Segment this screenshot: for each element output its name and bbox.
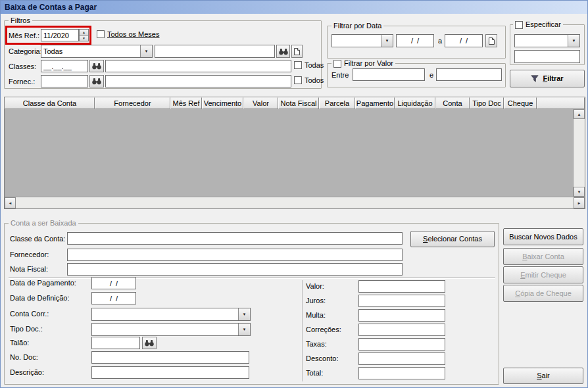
e-label: e (429, 71, 433, 79)
especificar-legend: Especificar (513, 20, 563, 29)
juros-input[interactable] (358, 295, 445, 307)
talao-input[interactable] (91, 337, 140, 349)
col-header-valor[interactable]: Valor (243, 97, 278, 109)
fornecedor-baixa-input[interactable] (67, 249, 403, 261)
scroll-up-button[interactable]: ▲ (574, 109, 585, 119)
tipo-doc-combobox[interactable]: ▼ (91, 323, 251, 336)
binoculars-icon (279, 48, 288, 55)
desconto-label: Desconto: (306, 354, 339, 362)
spinner-down-button[interactable]: ▼ (79, 36, 89, 41)
dropdown-arrow-icon[interactable]: ▼ (381, 35, 393, 47)
data-final-input[interactable] (445, 34, 483, 47)
fornecedor-todos-checkbox-row: Todos (294, 76, 324, 84)
spinner-up-button[interactable]: ▲ (79, 29, 89, 36)
app-window: Baixa de Contas a Pagar Filtros Mês Ref.… (0, 0, 588, 388)
descricao-input[interactable] (91, 366, 249, 379)
date-range-separator-label: a (438, 37, 442, 45)
total-input[interactable] (358, 367, 445, 379)
col-header-conta[interactable]: Conta (435, 97, 470, 109)
filtrar-por-valor-group: Filtrar por Valor Entre e (327, 63, 506, 87)
especificar-checkbox[interactable] (515, 21, 523, 29)
especificar-combobox[interactable]: ▼ (514, 34, 580, 47)
date-picker-button[interactable] (485, 34, 497, 47)
multa-input[interactable] (358, 309, 445, 322)
dropdown-arrow-icon[interactable]: ▼ (238, 324, 250, 335)
col-header-liquidacao[interactable]: Liquidação (395, 97, 435, 109)
especificar-texto-input[interactable] (514, 50, 580, 63)
classes-mask-input[interactable] (41, 60, 88, 72)
horizontal-scrollbar[interactable]: ◄ ► (5, 197, 585, 208)
grid-body[interactable] (5, 109, 573, 197)
categoria-combobox[interactable]: Todas ▼ (41, 45, 153, 58)
selecionar-contas-button[interactable]: Selecionar Contas (410, 231, 495, 247)
classes-todas-label: Todas (305, 61, 324, 69)
scroll-left-button[interactable]: ◄ (5, 197, 16, 208)
dropdown-arrow-icon[interactable]: ▼ (568, 35, 579, 47)
data-pagamento-input[interactable] (91, 277, 136, 289)
fornecedor-todos-checkbox[interactable] (294, 76, 302, 84)
emitir-cheque-button[interactable]: Emitir Cheque (503, 266, 583, 283)
todos-os-meses-checkbox[interactable] (97, 30, 105, 38)
binoculars-icon (92, 78, 101, 85)
categoria-search-button[interactable] (276, 45, 290, 58)
no-doc-input[interactable] (91, 351, 249, 364)
scroll-right-button[interactable]: ► (574, 197, 585, 208)
col-header-fornecedor[interactable]: Fornecedor (95, 97, 170, 109)
col-header-parcela[interactable]: Parcela (319, 97, 355, 109)
classe-da-conta-input[interactable] (67, 232, 403, 245)
baixar-conta-button[interactable]: Baixar Conta (503, 248, 583, 265)
nota-fiscal-input[interactable] (67, 263, 403, 276)
new-document-icon (488, 37, 495, 45)
valor-de-input[interactable] (353, 68, 425, 81)
fornecedor-code-input[interactable] (41, 75, 88, 87)
classes-description-input[interactable] (105, 60, 291, 72)
sair-button[interactable]: Sair (503, 368, 583, 384)
taxas-input[interactable] (358, 338, 445, 351)
col-header-tipo-doc[interactable]: Tipo Doc (470, 97, 504, 109)
scroll-up-icon: ▲ (577, 112, 581, 116)
fornecedor-description-input[interactable] (105, 75, 291, 87)
descricao-label: Descrição: (10, 368, 44, 376)
valor-ate-input[interactable] (436, 68, 502, 81)
categoria-search-input[interactable] (155, 45, 275, 58)
col-header-cheque[interactable]: Cheque (504, 97, 537, 109)
filtrar-por-valor-checkbox[interactable] (333, 60, 341, 68)
classes-label: Classes: (9, 62, 36, 70)
col-header-mes-ref[interactable]: Mês Ref (170, 97, 202, 109)
valor-input[interactable] (358, 280, 445, 293)
filtrar-por-data-group: Filtrar por Data ▼ a (327, 26, 506, 59)
fornecedor-search-button[interactable] (89, 75, 104, 87)
data-inicial-input[interactable] (396, 34, 434, 47)
col-header-vencimento[interactable]: Vencimento (202, 97, 243, 109)
col-header-nota-fiscal[interactable]: Nota Fiscal (278, 97, 319, 109)
filtrar-button-label: Filtrar (543, 71, 563, 86)
classes-search-button[interactable] (89, 60, 104, 72)
mes-ref-label: Mês Ref.: (9, 32, 39, 39)
vertical-scrollbar[interactable]: ▲ ▼ (573, 109, 585, 197)
categoria-new-button[interactable] (291, 45, 303, 58)
data-definicao-label: Data de Definição: (10, 294, 70, 302)
todos-os-meses-label: Todos os Meses (107, 30, 159, 38)
dropdown-arrow-icon[interactable]: ▼ (238, 308, 250, 320)
desconto-input[interactable] (358, 352, 445, 365)
talao-search-button[interactable] (142, 337, 157, 349)
scroll-down-button[interactable]: ▼ (574, 187, 585, 197)
conta-corr-combobox[interactable]: ▼ (91, 308, 251, 321)
mes-ref-input[interactable] (41, 29, 79, 41)
title-bar[interactable]: Baixa de Contas a Pagar (1, 1, 587, 14)
tipo-data-combobox[interactable]: ▼ (331, 34, 393, 47)
col-header-pagamento[interactable]: Pagamento (355, 97, 395, 109)
window-title: Baixa de Contas a Pagar (5, 3, 97, 12)
nota-fiscal-label: Nota Fiscal: (10, 265, 48, 273)
buscar-novos-dados-button[interactable]: Buscar Novos Dados (503, 228, 583, 245)
dropdown-arrow-icon[interactable]: ▼ (140, 45, 152, 57)
binoculars-icon (92, 62, 101, 70)
copia-de-cheque-button[interactable]: Cópia de Cheque (503, 285, 583, 302)
correcoes-input[interactable] (358, 324, 445, 336)
conta-corr-combobox-value (92, 308, 238, 320)
data-definicao-input[interactable] (91, 292, 136, 304)
classes-todas-checkbox[interactable] (294, 61, 302, 69)
filtrar-button[interactable]: Filtrar (510, 70, 585, 87)
horizontal-scrollbar-track[interactable] (16, 197, 574, 208)
col-header-classe-da-conta[interactable]: Classe da Conta (5, 97, 95, 109)
